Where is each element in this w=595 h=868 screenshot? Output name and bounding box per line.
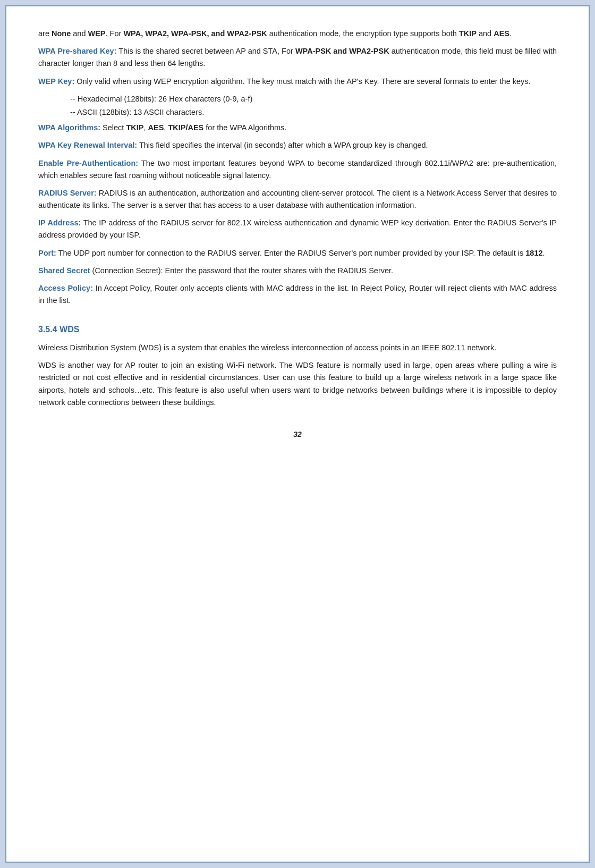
tkipaes-bold: TKIP/AES — [168, 123, 203, 132]
wep-list-item-1: -- Hexadecimal (128bits): 26 Hex charact… — [70, 93, 557, 105]
wpa-psk-bold: WPA-PSK and WPA2-PSK — [295, 47, 389, 55]
wpa-algorithms-label: WPA Algorithms: — [38, 123, 100, 132]
wpa-preshared-label: WPA Pre-shared Key: — [38, 47, 117, 55]
wpa-modes-bold: WPA, WPA2, WPA-PSK, and WPA2-PSK — [123, 29, 267, 38]
ip-address-paragraph: IP Address: The IP address of the RADIUS… — [38, 217, 557, 241]
shared-secret-paragraph: Shared Secret (Connection Secret): Enter… — [38, 265, 557, 277]
access-policy-paragraph: Access Policy: In Accept Policy, Router … — [38, 282, 557, 307]
enable-preauth-paragraph: Enable Pre-Authentication: The two most … — [38, 157, 557, 182]
tkip2-bold: TKIP — [126, 123, 143, 132]
page-number: 32 — [38, 430, 557, 439]
wep-key-label: WEP Key: — [38, 77, 74, 86]
wpa-key-renewal-label: WPA Key Renewal Interval: — [38, 141, 137, 149]
none-bold: None — [52, 29, 71, 38]
page-content: are None and WEP. For WPA, WPA2, WPA-PSK… — [38, 28, 557, 409]
wpa-algorithms-paragraph: WPA Algorithms: Select TKIP, AES, TKIP/A… — [38, 122, 557, 134]
wep-key-list: -- Hexadecimal (128bits): 26 Hex charact… — [70, 93, 557, 119]
port-default-bold: 1812 — [525, 249, 542, 257]
wds-paragraph-2: WDS is another way for AP router to join… — [38, 359, 557, 409]
tkip-bold: TKIP — [459, 29, 477, 38]
shared-secret-label: Shared Secret — [38, 266, 90, 275]
wds-section-heading: 3.5.4 WDS — [38, 323, 557, 336]
wpa-key-renewal-paragraph: WPA Key Renewal Interval: This field spe… — [38, 139, 557, 151]
intro-paragraph: are None and WEP. For WPA, WPA2, WPA-PSK… — [38, 28, 557, 40]
wep-key-paragraph: WEP Key: Only valid when using WEP encry… — [38, 75, 557, 88]
access-policy-label: Access Policy: — [38, 284, 93, 292]
wep-list-item-2: -- ASCII (128bits): 13 ASCII characters. — [70, 106, 557, 119]
radius-server-paragraph: RADIUS Server: RADIUS is an authenticati… — [38, 187, 557, 212]
aes-bold: AES — [494, 29, 509, 38]
wep-bold: WEP — [88, 29, 106, 38]
aes2-bold: AES — [148, 123, 164, 132]
port-paragraph: Port: The UDP port number for connection… — [38, 247, 557, 259]
ip-address-label: IP Address: — [38, 218, 81, 227]
enable-preauth-label: Enable Pre-Authentication: — [38, 159, 138, 167]
page-container: are None and WEP. For WPA, WPA2, WPA-PSK… — [5, 5, 590, 863]
wpa-preshared-paragraph: WPA Pre-shared Key: This is the shared s… — [38, 45, 557, 70]
wds-paragraph-1: Wireless Distribution System (WDS) is a … — [38, 342, 557, 354]
radius-server-label: RADIUS Server: — [38, 189, 97, 197]
port-label: Port: — [38, 249, 56, 257]
